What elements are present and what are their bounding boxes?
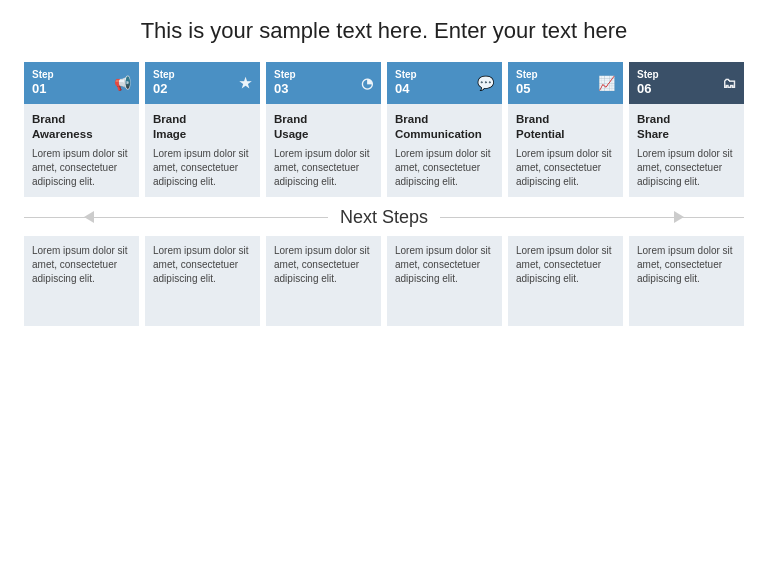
step-title-4: BrandCommunication bbox=[395, 112, 494, 142]
step-body-4: BrandCommunication Lorem ipsum dolor sit… bbox=[387, 104, 502, 197]
step-label-6: Step 06 bbox=[637, 69, 659, 97]
step-card-2: Step 02 ★ BrandImage Lorem ipsum dolor s… bbox=[145, 62, 260, 197]
communication-icon: 💬 bbox=[477, 75, 494, 91]
step-title-5: BrandPotential bbox=[516, 112, 615, 142]
bottom-card-1: Lorem ipsum dolor sit amet, consectetuer… bbox=[24, 236, 139, 326]
next-steps-title: Next Steps bbox=[328, 207, 440, 228]
step-card-3: Step 03 ◔ BrandUsage Lorem ipsum dolor s… bbox=[266, 62, 381, 197]
step-label-1: Step 01 bbox=[32, 69, 54, 97]
step-body-5: BrandPotential Lorem ipsum dolor sit ame… bbox=[508, 104, 623, 197]
megaphone-icon: 📢 bbox=[114, 75, 131, 91]
step-card-5: Step 05 📈 BrandPotential Lorem ipsum dol… bbox=[508, 62, 623, 197]
step-body-text-5: Lorem ipsum dolor sit amet, consectetuer… bbox=[516, 147, 615, 189]
share-icon: 🗂 bbox=[722, 75, 736, 91]
bottom-card-text-4: Lorem ipsum dolor sit amet, consectetuer… bbox=[395, 244, 494, 286]
step-body-text-6: Lorem ipsum dolor sit amet, consectetuer… bbox=[637, 147, 736, 189]
next-steps-section: Next Steps bbox=[24, 207, 744, 228]
step-body-text-2: Lorem ipsum dolor sit amet, consectetuer… bbox=[153, 147, 252, 189]
steps-grid: Step 01 📢 BrandAwareness Lorem ipsum dol… bbox=[24, 62, 744, 197]
step-card-6: Step 06 🗂 BrandShare Lorem ipsum dolor s… bbox=[629, 62, 744, 197]
step-title-6: BrandShare bbox=[637, 112, 736, 142]
step-body-text-3: Lorem ipsum dolor sit amet, consectetuer… bbox=[274, 147, 373, 189]
bottom-card-text-2: Lorem ipsum dolor sit amet, consectetuer… bbox=[153, 244, 252, 286]
pie-chart-icon: ◔ bbox=[361, 75, 373, 91]
step-body-1: BrandAwareness Lorem ipsum dolor sit ame… bbox=[24, 104, 139, 197]
bottom-card-3: Lorem ipsum dolor sit amet, consectetuer… bbox=[266, 236, 381, 326]
step-header-3: Step 03 ◔ bbox=[266, 62, 381, 104]
step-header-1: Step 01 📢 bbox=[24, 62, 139, 104]
step-header-2: Step 02 ★ bbox=[145, 62, 260, 104]
bottom-card-2: Lorem ipsum dolor sit amet, consectetuer… bbox=[145, 236, 260, 326]
star-icon: ★ bbox=[239, 75, 252, 91]
bottom-card-text-3: Lorem ipsum dolor sit amet, consectetuer… bbox=[274, 244, 373, 286]
step-header-6: Step 06 🗂 bbox=[629, 62, 744, 104]
bottom-card-5: Lorem ipsum dolor sit amet, consectetuer… bbox=[508, 236, 623, 326]
step-title-1: BrandAwareness bbox=[32, 112, 131, 142]
bottom-card-text-1: Lorem ipsum dolor sit amet, consectetuer… bbox=[32, 244, 131, 286]
bottom-card-text-6: Lorem ipsum dolor sit amet, consectetuer… bbox=[637, 244, 736, 286]
step-card-1: Step 01 📢 BrandAwareness Lorem ipsum dol… bbox=[24, 62, 139, 197]
step-body-3: BrandUsage Lorem ipsum dolor sit amet, c… bbox=[266, 104, 381, 197]
bottom-card-4: Lorem ipsum dolor sit amet, consectetuer… bbox=[387, 236, 502, 326]
step-label-2: Step 02 bbox=[153, 69, 175, 97]
step-title-3: BrandUsage bbox=[274, 112, 373, 142]
step-label-5: Step 05 bbox=[516, 69, 538, 97]
bottom-card-6: Lorem ipsum dolor sit amet, consectetuer… bbox=[629, 236, 744, 326]
step-body-text-1: Lorem ipsum dolor sit amet, consectetuer… bbox=[32, 147, 131, 189]
step-card-4: Step 04 💬 BrandCommunication Lorem ipsum… bbox=[387, 62, 502, 197]
step-header-5: Step 05 📈 bbox=[508, 62, 623, 104]
step-body-text-4: Lorem ipsum dolor sit amet, consectetuer… bbox=[395, 147, 494, 189]
bottom-grid: Lorem ipsum dolor sit amet, consectetuer… bbox=[24, 236, 744, 326]
step-title-2: BrandImage bbox=[153, 112, 252, 142]
step-header-4: Step 04 💬 bbox=[387, 62, 502, 104]
page-title: This is your sample text here. Enter you… bbox=[24, 18, 744, 44]
chart-icon: 📈 bbox=[598, 75, 615, 91]
step-body-6: BrandShare Lorem ipsum dolor sit amet, c… bbox=[629, 104, 744, 197]
bottom-card-text-5: Lorem ipsum dolor sit amet, consectetuer… bbox=[516, 244, 615, 286]
step-body-2: BrandImage Lorem ipsum dolor sit amet, c… bbox=[145, 104, 260, 197]
step-label-4: Step 04 bbox=[395, 69, 417, 97]
step-label-3: Step 03 bbox=[274, 69, 296, 97]
